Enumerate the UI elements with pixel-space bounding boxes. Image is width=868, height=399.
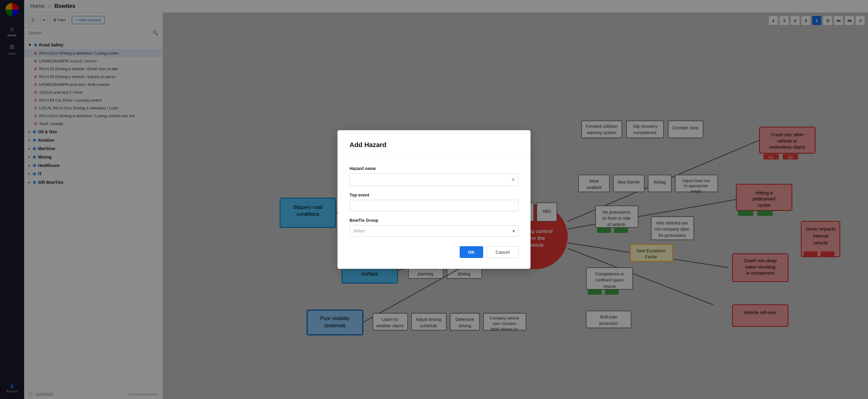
modal-overlay: Add Hazard Hazard name ≡ Top event BowTi… — [0, 0, 868, 399]
add-hazard-modal: Add Hazard Hazard name ≡ Top event BowTi… — [338, 130, 530, 269]
top-event-group: Top event — [349, 193, 519, 211]
ok-button[interactable]: OK — [460, 246, 484, 258]
modal-title: Add Hazard — [349, 141, 519, 149]
cancel-button[interactable]: Cancel — [487, 246, 519, 258]
hazard-name-input[interactable] — [353, 177, 512, 182]
top-event-label: Top event — [349, 193, 519, 197]
bowtie-group-group: BowTie Group Select ▾ — [349, 218, 519, 237]
bowtie-group-label: BowTie Group — [349, 218, 519, 223]
bowtie-group-select-wrapper: Select ▾ — [349, 225, 519, 237]
modal-actions: OK Cancel — [349, 246, 519, 258]
hazard-name-icon: ≡ — [512, 177, 515, 182]
modal-divider — [338, 157, 530, 158]
hazard-name-label: Hazard name — [349, 166, 519, 171]
bowtie-group-select[interactable]: Select — [349, 225, 519, 237]
hazard-name-input-wrapper: ≡ — [349, 173, 519, 186]
hazard-name-group: Hazard name ≡ — [349, 166, 519, 186]
top-event-input[interactable] — [349, 200, 519, 211]
